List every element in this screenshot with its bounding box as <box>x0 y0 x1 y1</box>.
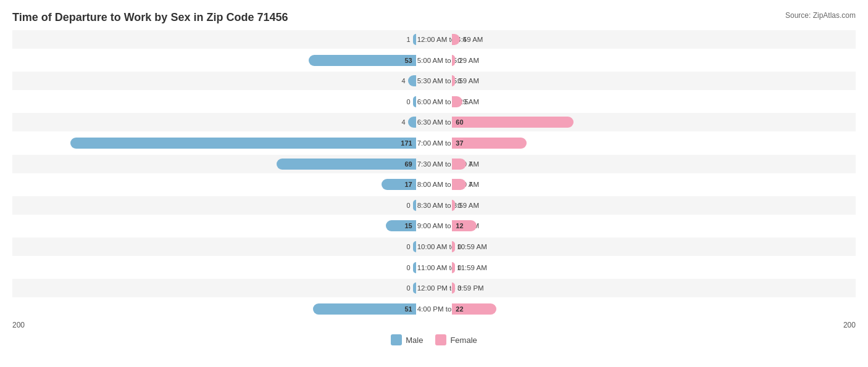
chart-row: 178:00 AM to 8:29 AM7 <box>12 175 856 194</box>
female-value: 4 <box>462 36 466 43</box>
bar-section: 06:00 AM to 6:29 AM5 <box>12 93 856 111</box>
time-label: 7:00 AM to 7:29 AM <box>417 139 451 147</box>
female-side: 0 <box>451 258 856 277</box>
female-side: 0 <box>451 279 856 297</box>
chart-row: 697:30 AM to 7:59 AM7 <box>12 155 856 173</box>
male-value: 0 <box>407 98 411 105</box>
bar-male: 171 <box>70 138 416 149</box>
female-side: 0 <box>451 51 856 70</box>
female-value: 0 <box>457 243 461 250</box>
bar-male: 0 <box>413 282 416 294</box>
time-label: 6:30 AM to 6:59 AM <box>417 118 451 126</box>
male-side: 15 <box>12 216 417 235</box>
time-label: 11:00 AM to 11:59 AM <box>417 264 451 271</box>
male-value: 1 <box>407 36 411 43</box>
bar-male: 4 <box>408 117 416 128</box>
male-inline-value: 17 <box>404 181 412 188</box>
axis-right: 200 <box>451 321 856 329</box>
bar-section: 011:00 AM to 11:59 AM0 <box>12 258 856 277</box>
bar-female: 37 <box>452 138 527 149</box>
male-side: 17 <box>12 175 417 194</box>
bar-female: 0 <box>452 262 455 273</box>
female-value: 7 <box>469 160 472 168</box>
male-side: 53 <box>12 51 417 70</box>
female-side: 60 <box>451 113 856 131</box>
bar-section: 159:00 AM to 9:59 AM12 <box>12 216 856 235</box>
bar-female: 0 <box>452 55 455 66</box>
bar-male: 0 <box>413 262 416 273</box>
bar-male: 4 <box>408 75 416 86</box>
legend-female-label: Female <box>450 336 477 345</box>
male-side: 0 <box>12 258 417 277</box>
bar-male: 0 <box>413 200 416 211</box>
female-value: 0 <box>457 202 461 209</box>
female-side: 7 <box>451 155 856 173</box>
chart-row: 010:00 AM to 10:59 AM0 <box>12 237 856 256</box>
male-value: 4 <box>401 118 405 126</box>
time-label: 6:00 AM to 6:29 AM <box>417 98 451 105</box>
axis-row: 200 200 <box>12 321 856 329</box>
male-value: 4 <box>401 77 405 85</box>
male-side: 171 <box>12 134 417 152</box>
bar-section: 08:30 AM to 8:59 AM0 <box>12 196 856 215</box>
chart-title: Time of Departure to Work by Sex in Zip … <box>12 11 856 24</box>
chart-row: 06:00 AM to 6:29 AM5 <box>12 93 856 111</box>
male-value: 0 <box>407 243 411 250</box>
bar-male: 0 <box>413 241 416 252</box>
bar-male: 0 <box>413 96 416 107</box>
chart-row: 08:30 AM to 8:59 AM0 <box>12 196 856 215</box>
female-value: 0 <box>457 284 461 292</box>
time-label: 10:00 AM to 10:59 AM <box>417 243 451 250</box>
bar-female: 7 <box>452 179 466 190</box>
chart-area: 112:00 AM to 4:59 AM4535:00 AM to 5:29 A… <box>12 30 856 318</box>
bar-section: 112:00 AM to 4:59 AM4 <box>12 30 856 49</box>
female-value: 7 <box>469 181 472 188</box>
bar-section: 46:30 AM to 6:59 AM60 <box>12 113 856 131</box>
male-value: 0 <box>407 264 411 271</box>
time-label: 8:00 AM to 8:29 AM <box>417 181 451 188</box>
bar-section: 514:00 PM to 11:59 PM22 <box>12 300 856 318</box>
male-side: 0 <box>12 279 417 297</box>
male-side: 0 <box>12 196 417 215</box>
time-label: 8:30 AM to 8:59 AM <box>417 202 451 209</box>
male-side: 51 <box>12 300 417 318</box>
time-label: 12:00 AM to 4:59 AM <box>417 36 451 43</box>
male-side: 69 <box>12 155 417 173</box>
bar-female: 5 <box>452 96 462 107</box>
male-value: 0 <box>407 284 411 292</box>
axis-left: 200 <box>12 321 417 329</box>
chart-row: 159:00 AM to 9:59 AM12 <box>12 216 856 235</box>
female-value: 5 <box>465 98 469 105</box>
legend: Male Female <box>12 334 856 345</box>
bar-section: 010:00 AM to 10:59 AM0 <box>12 237 856 256</box>
bar-section: 178:00 AM to 8:29 AM7 <box>12 175 856 194</box>
chart-row: 112:00 AM to 4:59 AM4 <box>12 30 856 49</box>
male-side: 4 <box>12 72 417 90</box>
female-side: 12 <box>451 216 856 235</box>
female-inline-value: 12 <box>456 222 463 229</box>
legend-male-color <box>391 334 402 345</box>
bar-female: 7 <box>452 159 466 170</box>
female-side: 22 <box>451 300 856 318</box>
source-label: Source: ZipAtlas.com <box>785 11 856 20</box>
bar-section: 45:30 AM to 5:59 AM0 <box>12 72 856 90</box>
female-side: 5 <box>451 93 856 111</box>
female-side: 0 <box>451 237 856 256</box>
bar-male: 69 <box>277 159 416 170</box>
male-inline-value: 53 <box>404 57 412 64</box>
male-inline-value: 51 <box>404 305 412 313</box>
male-side: 4 <box>12 113 417 131</box>
legend-male: Male <box>391 334 423 345</box>
male-value: 0 <box>407 202 411 209</box>
time-label: 5:00 AM to 5:29 AM <box>417 57 451 64</box>
chart-row: 012:00 PM to 3:59 PM0 <box>12 279 856 297</box>
female-inline-value: 22 <box>456 305 463 313</box>
female-value: 0 <box>457 77 461 85</box>
female-side: 4 <box>451 30 856 49</box>
chart-row: 535:00 AM to 5:29 AM0 <box>12 51 856 70</box>
bar-female: 0 <box>452 282 455 294</box>
bar-section: 535:00 AM to 5:29 AM0 <box>12 51 856 70</box>
male-side: 0 <box>12 237 417 256</box>
legend-female-color <box>435 334 446 345</box>
female-side: 0 <box>451 196 856 215</box>
